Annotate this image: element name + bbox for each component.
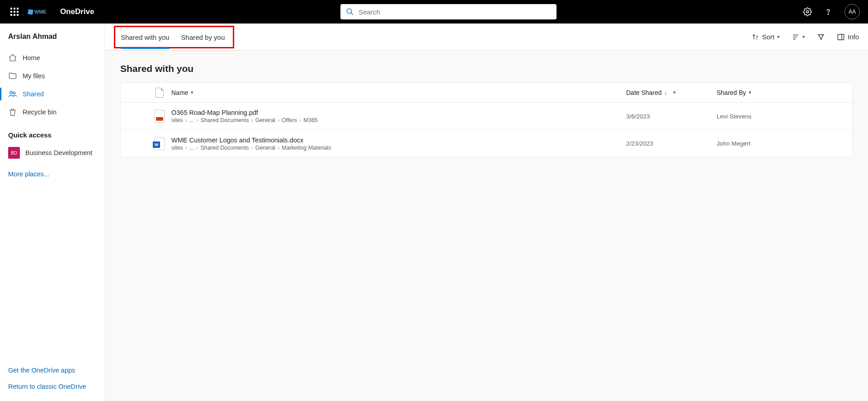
sort-icon bbox=[752, 33, 759, 41]
file-name[interactable]: WME Customer Logos and Testimonials.docx bbox=[171, 137, 626, 144]
chevron-down-icon: ▾ bbox=[777, 34, 780, 40]
settings-button[interactable] bbox=[803, 7, 812, 16]
column-date-shared[interactable]: Date Shared ↓ ▾ bbox=[626, 89, 717, 96]
tenant-logo-icon bbox=[28, 9, 33, 15]
quick-access-title: Quick access bbox=[0, 131, 104, 144]
folder-icon bbox=[8, 71, 17, 80]
nav-shared[interactable]: Shared bbox=[0, 85, 104, 103]
column-name-label: Name bbox=[171, 89, 188, 96]
sort-label: Sort bbox=[762, 33, 774, 41]
svg-point-0 bbox=[347, 9, 352, 14]
home-icon bbox=[8, 53, 17, 62]
list-view-icon bbox=[792, 33, 800, 41]
nav-recycle-bin[interactable]: Recycle bin bbox=[0, 103, 104, 121]
tenant-logo-text: WME bbox=[34, 9, 47, 14]
shared-by-cell: John Megert bbox=[717, 140, 852, 147]
sort-descending-icon: ↓ bbox=[665, 90, 667, 95]
info-label: Info bbox=[848, 33, 859, 41]
page-title: Shared with you bbox=[105, 51, 868, 82]
tab-shared-by-you[interactable]: Shared by you bbox=[177, 25, 230, 49]
quick-access-badge: BD bbox=[8, 147, 20, 159]
quick-access-item[interactable]: BD Business Development bbox=[0, 144, 104, 161]
column-shared-by[interactable]: Shared By ▾ bbox=[717, 89, 852, 96]
svg-rect-9 bbox=[838, 34, 844, 40]
people-icon bbox=[8, 90, 17, 99]
filter-button[interactable] bbox=[817, 33, 825, 41]
nav-home[interactable]: Home bbox=[0, 49, 104, 67]
column-name[interactable]: Name ▾ bbox=[171, 89, 626, 96]
classic-onedrive-link[interactable]: Return to classic OneDrive bbox=[0, 378, 104, 395]
waffle-icon bbox=[10, 8, 19, 16]
tabs-bar: Shared with you Shared by you Sort ▾ ▾ bbox=[105, 24, 868, 51]
avatar-initials: AA bbox=[849, 9, 856, 15]
word-file-icon: W bbox=[154, 137, 165, 150]
app-header: WME OneDrive AA bbox=[0, 0, 868, 24]
quick-access-label: Business Development bbox=[25, 149, 92, 156]
nav-label: Shared bbox=[23, 90, 44, 98]
account-avatar[interactable]: AA bbox=[844, 4, 860, 19]
nav-label: Home bbox=[23, 54, 40, 61]
svg-point-2 bbox=[807, 11, 809, 13]
table-header: Name ▾ Date Shared ↓ ▾ Shared By ▾ bbox=[121, 83, 852, 103]
svg-line-1 bbox=[351, 13, 353, 15]
chevron-down-icon: ▾ bbox=[673, 90, 676, 95]
main-content: Shared with you Shared by you Sort ▾ ▾ bbox=[105, 24, 868, 401]
search-box[interactable] bbox=[340, 4, 557, 19]
svg-point-5 bbox=[13, 92, 15, 94]
info-panel-icon bbox=[837, 33, 845, 41]
column-date-label: Date Shared bbox=[626, 89, 662, 96]
date-shared-cell: 2/23/2023 bbox=[626, 140, 717, 147]
file-path[interactable]: sites›...›Shared Documents›General›Marke… bbox=[171, 145, 626, 151]
table-row[interactable]: WWME Customer Logos and Testimonials.doc… bbox=[121, 130, 852, 157]
svg-point-4 bbox=[10, 91, 12, 94]
chevron-down-icon: ▾ bbox=[749, 90, 751, 95]
table-row[interactable]: O365 Road-Map Planning.pdfsites›...›Shar… bbox=[121, 103, 852, 130]
file-name[interactable]: O365 Road-Map Planning.pdf bbox=[171, 109, 626, 116]
get-apps-link[interactable]: Get the OneDrive apps bbox=[0, 362, 104, 378]
date-shared-cell: 3/6/2023 bbox=[626, 113, 717, 120]
sidebar-user-name: Arslan Ahmad bbox=[0, 33, 104, 49]
chevron-down-icon: ▾ bbox=[191, 90, 193, 95]
pdf-file-icon bbox=[154, 110, 165, 123]
sidebar: Arslan Ahmad Home My files Shared Recycl… bbox=[0, 24, 105, 401]
tenant-logo[interactable]: WME bbox=[28, 9, 47, 14]
waffle-launcher[interactable] bbox=[5, 8, 24, 16]
help-button[interactable] bbox=[824, 7, 833, 16]
nav-label: Recycle bin bbox=[23, 109, 57, 116]
column-shared-by-label: Shared By bbox=[717, 89, 746, 96]
filter-icon bbox=[817, 33, 825, 41]
tab-highlight-annotation: Shared with you Shared by you bbox=[114, 26, 234, 48]
help-icon bbox=[824, 7, 833, 16]
nav-label: My files bbox=[23, 72, 45, 80]
file-path[interactable]: sites›...›Shared Documents›General›Offer… bbox=[171, 117, 626, 123]
chevron-down-icon: ▾ bbox=[802, 34, 805, 40]
search-icon bbox=[346, 8, 354, 16]
more-places-link[interactable]: More places... bbox=[0, 166, 104, 182]
file-type-column-icon[interactable] bbox=[156, 88, 164, 98]
svg-point-3 bbox=[828, 14, 828, 14]
nav-my-files[interactable]: My files bbox=[0, 67, 104, 85]
file-table: Name ▾ Date Shared ↓ ▾ Shared By ▾ O365 … bbox=[120, 82, 853, 157]
search-input[interactable] bbox=[359, 8, 551, 16]
view-options-button[interactable]: ▾ bbox=[792, 33, 805, 41]
tab-shared-with-you[interactable]: Shared with you bbox=[116, 25, 174, 49]
trash-icon bbox=[8, 108, 17, 117]
sort-button[interactable]: Sort ▾ bbox=[752, 33, 780, 41]
info-button[interactable]: Info bbox=[837, 33, 859, 41]
shared-by-cell: Levi Stevens bbox=[717, 113, 852, 120]
app-name[interactable]: OneDrive bbox=[60, 7, 94, 16]
gear-icon bbox=[803, 7, 812, 16]
